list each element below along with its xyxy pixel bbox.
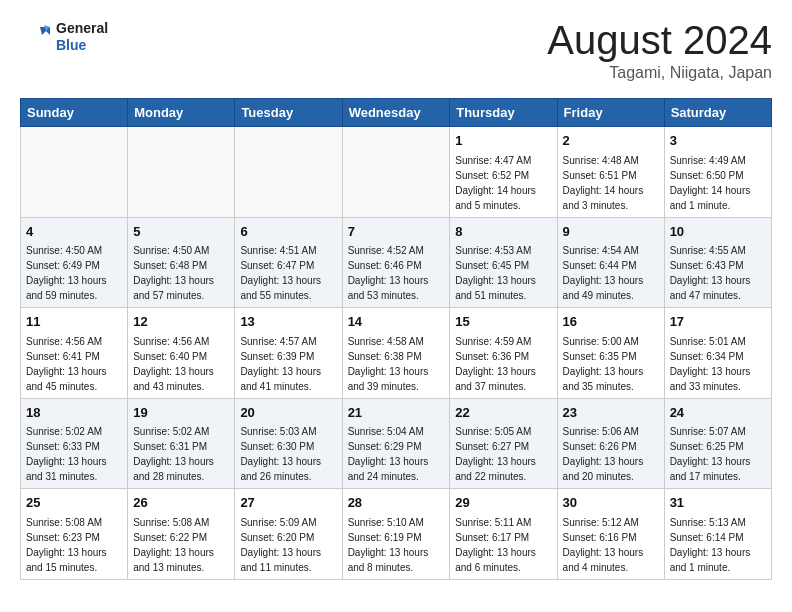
calendar-week-row: 11Sunrise: 4:56 AM Sunset: 6:41 PM Dayli… xyxy=(21,308,772,399)
day-number: 25 xyxy=(26,493,122,513)
day-number: 17 xyxy=(670,312,766,332)
day-info: Sunrise: 4:49 AM Sunset: 6:50 PM Dayligh… xyxy=(670,153,766,213)
weekday-header-wednesday: Wednesday xyxy=(342,99,450,127)
day-number: 6 xyxy=(240,222,336,242)
calendar-day-20: 20Sunrise: 5:03 AM Sunset: 6:30 PM Dayli… xyxy=(235,398,342,489)
day-info: Sunrise: 5:08 AM Sunset: 6:23 PM Dayligh… xyxy=(26,515,122,575)
calendar-week-row: 1Sunrise: 4:47 AM Sunset: 6:52 PM Daylig… xyxy=(21,127,772,218)
day-info: Sunrise: 4:52 AM Sunset: 6:46 PM Dayligh… xyxy=(348,243,445,303)
day-number: 23 xyxy=(563,403,659,423)
day-info: Sunrise: 4:55 AM Sunset: 6:43 PM Dayligh… xyxy=(670,243,766,303)
logo-text-general: General xyxy=(56,20,108,37)
day-number: 4 xyxy=(26,222,122,242)
calendar-day-2: 2Sunrise: 4:48 AM Sunset: 6:51 PM Daylig… xyxy=(557,127,664,218)
calendar-day-24: 24Sunrise: 5:07 AM Sunset: 6:25 PM Dayli… xyxy=(664,398,771,489)
day-number: 13 xyxy=(240,312,336,332)
day-number: 3 xyxy=(670,131,766,151)
weekday-header-row: SundayMondayTuesdayWednesdayThursdayFrid… xyxy=(21,99,772,127)
day-number: 19 xyxy=(133,403,229,423)
day-number: 5 xyxy=(133,222,229,242)
day-number: 12 xyxy=(133,312,229,332)
day-info: Sunrise: 4:59 AM Sunset: 6:36 PM Dayligh… xyxy=(455,334,551,394)
calendar-day-23: 23Sunrise: 5:06 AM Sunset: 6:26 PM Dayli… xyxy=(557,398,664,489)
calendar-day-18: 18Sunrise: 5:02 AM Sunset: 6:33 PM Dayli… xyxy=(21,398,128,489)
day-info: Sunrise: 5:01 AM Sunset: 6:34 PM Dayligh… xyxy=(670,334,766,394)
logo: General Blue xyxy=(20,20,108,54)
day-info: Sunrise: 5:12 AM Sunset: 6:16 PM Dayligh… xyxy=(563,515,659,575)
day-info: Sunrise: 4:48 AM Sunset: 6:51 PM Dayligh… xyxy=(563,153,659,213)
day-info: Sunrise: 4:51 AM Sunset: 6:47 PM Dayligh… xyxy=(240,243,336,303)
calendar-day-21: 21Sunrise: 5:04 AM Sunset: 6:29 PM Dayli… xyxy=(342,398,450,489)
logo-container: General Blue xyxy=(20,20,108,54)
day-info: Sunrise: 5:09 AM Sunset: 6:20 PM Dayligh… xyxy=(240,515,336,575)
day-info: Sunrise: 5:07 AM Sunset: 6:25 PM Dayligh… xyxy=(670,424,766,484)
calendar-day-22: 22Sunrise: 5:05 AM Sunset: 6:27 PM Dayli… xyxy=(450,398,557,489)
day-number: 30 xyxy=(563,493,659,513)
day-info: Sunrise: 4:50 AM Sunset: 6:49 PM Dayligh… xyxy=(26,243,122,303)
day-info: Sunrise: 5:03 AM Sunset: 6:30 PM Dayligh… xyxy=(240,424,336,484)
calendar-day-28: 28Sunrise: 5:10 AM Sunset: 6:19 PM Dayli… xyxy=(342,489,450,580)
calendar-empty-cell xyxy=(21,127,128,218)
day-info: Sunrise: 4:58 AM Sunset: 6:38 PM Dayligh… xyxy=(348,334,445,394)
logo-text-blue: Blue xyxy=(56,37,108,54)
day-number: 28 xyxy=(348,493,445,513)
day-number: 18 xyxy=(26,403,122,423)
day-info: Sunrise: 5:08 AM Sunset: 6:22 PM Dayligh… xyxy=(133,515,229,575)
weekday-header-saturday: Saturday xyxy=(664,99,771,127)
day-number: 31 xyxy=(670,493,766,513)
calendar-table: SundayMondayTuesdayWednesdayThursdayFrid… xyxy=(20,98,772,580)
calendar-week-row: 4Sunrise: 4:50 AM Sunset: 6:49 PM Daylig… xyxy=(21,217,772,308)
day-info: Sunrise: 4:56 AM Sunset: 6:40 PM Dayligh… xyxy=(133,334,229,394)
day-number: 29 xyxy=(455,493,551,513)
calendar-day-12: 12Sunrise: 4:56 AM Sunset: 6:40 PM Dayli… xyxy=(128,308,235,399)
day-number: 8 xyxy=(455,222,551,242)
calendar-empty-cell xyxy=(235,127,342,218)
day-number: 2 xyxy=(563,131,659,151)
calendar-empty-cell xyxy=(128,127,235,218)
day-number: 14 xyxy=(348,312,445,332)
day-info: Sunrise: 5:04 AM Sunset: 6:29 PM Dayligh… xyxy=(348,424,445,484)
day-number: 27 xyxy=(240,493,336,513)
day-info: Sunrise: 4:47 AM Sunset: 6:52 PM Dayligh… xyxy=(455,153,551,213)
day-info: Sunrise: 5:05 AM Sunset: 6:27 PM Dayligh… xyxy=(455,424,551,484)
calendar-day-11: 11Sunrise: 4:56 AM Sunset: 6:41 PM Dayli… xyxy=(21,308,128,399)
calendar-day-25: 25Sunrise: 5:08 AM Sunset: 6:23 PM Dayli… xyxy=(21,489,128,580)
day-number: 24 xyxy=(670,403,766,423)
day-info: Sunrise: 5:06 AM Sunset: 6:26 PM Dayligh… xyxy=(563,424,659,484)
calendar-day-5: 5Sunrise: 4:50 AM Sunset: 6:48 PM Daylig… xyxy=(128,217,235,308)
location: Tagami, Niigata, Japan xyxy=(547,64,772,82)
calendar-day-13: 13Sunrise: 4:57 AM Sunset: 6:39 PM Dayli… xyxy=(235,308,342,399)
day-info: Sunrise: 5:11 AM Sunset: 6:17 PM Dayligh… xyxy=(455,515,551,575)
day-number: 21 xyxy=(348,403,445,423)
day-info: Sunrise: 4:57 AM Sunset: 6:39 PM Dayligh… xyxy=(240,334,336,394)
weekday-header-thursday: Thursday xyxy=(450,99,557,127)
day-info: Sunrise: 5:02 AM Sunset: 6:33 PM Dayligh… xyxy=(26,424,122,484)
day-number: 11 xyxy=(26,312,122,332)
calendar-week-row: 18Sunrise: 5:02 AM Sunset: 6:33 PM Dayli… xyxy=(21,398,772,489)
calendar-day-6: 6Sunrise: 4:51 AM Sunset: 6:47 PM Daylig… xyxy=(235,217,342,308)
calendar-day-9: 9Sunrise: 4:54 AM Sunset: 6:44 PM Daylig… xyxy=(557,217,664,308)
calendar-day-14: 14Sunrise: 4:58 AM Sunset: 6:38 PM Dayli… xyxy=(342,308,450,399)
month-title: August 2024 xyxy=(547,20,772,60)
calendar-day-19: 19Sunrise: 5:02 AM Sunset: 6:31 PM Dayli… xyxy=(128,398,235,489)
day-info: Sunrise: 5:00 AM Sunset: 6:35 PM Dayligh… xyxy=(563,334,659,394)
day-number: 1 xyxy=(455,131,551,151)
weekday-header-sunday: Sunday xyxy=(21,99,128,127)
calendar-day-1: 1Sunrise: 4:47 AM Sunset: 6:52 PM Daylig… xyxy=(450,127,557,218)
day-number: 16 xyxy=(563,312,659,332)
calendar-week-row: 25Sunrise: 5:08 AM Sunset: 6:23 PM Dayli… xyxy=(21,489,772,580)
calendar-day-4: 4Sunrise: 4:50 AM Sunset: 6:49 PM Daylig… xyxy=(21,217,128,308)
calendar-day-16: 16Sunrise: 5:00 AM Sunset: 6:35 PM Dayli… xyxy=(557,308,664,399)
calendar-day-10: 10Sunrise: 4:55 AM Sunset: 6:43 PM Dayli… xyxy=(664,217,771,308)
calendar-day-26: 26Sunrise: 5:08 AM Sunset: 6:22 PM Dayli… xyxy=(128,489,235,580)
weekday-header-friday: Friday xyxy=(557,99,664,127)
day-number: 9 xyxy=(563,222,659,242)
day-number: 15 xyxy=(455,312,551,332)
logo-svg-icon xyxy=(20,23,52,51)
calendar-day-8: 8Sunrise: 4:53 AM Sunset: 6:45 PM Daylig… xyxy=(450,217,557,308)
weekday-header-monday: Monday xyxy=(128,99,235,127)
calendar-empty-cell xyxy=(342,127,450,218)
calendar-day-3: 3Sunrise: 4:49 AM Sunset: 6:50 PM Daylig… xyxy=(664,127,771,218)
day-number: 7 xyxy=(348,222,445,242)
weekday-header-tuesday: Tuesday xyxy=(235,99,342,127)
